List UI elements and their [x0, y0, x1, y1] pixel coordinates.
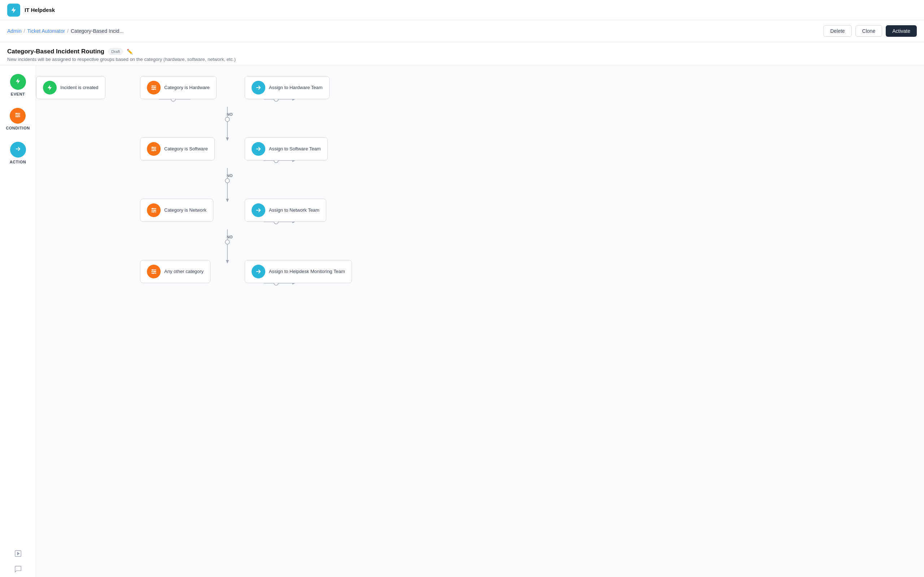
condition-sidebar-icon: [15, 112, 21, 120]
breadcrumb-sep2: /: [67, 28, 69, 34]
event-icon-container: [10, 74, 26, 90]
svg-text:NO: NO: [227, 174, 233, 178]
breadcrumb-sep1: /: [24, 28, 25, 34]
lightning-icon: [10, 6, 17, 14]
condition-label: CONDITION: [6, 126, 30, 130]
main-layout: EVENT CONDITION ACTION: [0, 65, 924, 577]
app-logo: [7, 3, 20, 16]
svg-point-54: [153, 272, 154, 274]
sidebar-item-condition[interactable]: CONDITION: [6, 108, 30, 130]
activate-button[interactable]: Activate: [886, 25, 917, 37]
svg-point-44: [154, 87, 155, 89]
clone-button[interactable]: Clone: [855, 25, 882, 37]
condition-icon-container: [10, 108, 26, 124]
edit-title-button[interactable]: ✏️: [127, 49, 133, 55]
svg-point-45: [153, 89, 154, 90]
svg-marker-4: [17, 552, 19, 554]
svg-text:NO: NO: [227, 235, 233, 239]
sidebar: EVENT CONDITION ACTION: [0, 65, 36, 577]
svg-point-2: [16, 116, 18, 117]
condition4-node-icon: [147, 265, 161, 279]
condition-node-2[interactable]: Category is Software: [140, 137, 215, 161]
svg-point-53: [154, 271, 155, 272]
svg-text:NO: NO: [227, 112, 233, 116]
svg-marker-17: [226, 137, 229, 141]
sidebar-item-event[interactable]: EVENT: [10, 74, 26, 96]
action2-node-icon: [252, 142, 265, 156]
page-title: Category-Based Incident Routing: [7, 48, 104, 55]
action-node-1[interactable]: Assign to Hardware Team: [245, 76, 330, 99]
event-node[interactable]: Incident is created: [36, 76, 105, 99]
action3-node-icon: [252, 203, 265, 217]
svg-marker-27: [226, 199, 229, 202]
svg-point-47: [154, 148, 155, 150]
event-sidebar-icon: [15, 78, 21, 86]
flow-connectors: YES NO YES NO: [87, 80, 383, 325]
action-node-3[interactable]: Assign to Network Team: [245, 199, 326, 222]
condition2-node-label: Category is Software: [164, 146, 208, 152]
svg-point-50: [154, 210, 155, 211]
condition4-node-label: Any other category: [164, 269, 204, 275]
action4-node-icon: [252, 265, 265, 279]
svg-point-15: [225, 117, 229, 121]
delete-button[interactable]: Delete: [823, 25, 851, 37]
svg-point-46: [152, 147, 153, 148]
condition1-node-label: Category is Hardware: [164, 85, 210, 91]
page-subtitle: New incidents will be assigned to respec…: [7, 56, 917, 62]
breadcrumb-actions: Delete Clone Activate: [823, 25, 917, 37]
svg-point-49: [152, 208, 153, 210]
svg-point-43: [152, 85, 153, 87]
breadcrumb: Admin / Ticket Automator / Category-Base…: [7, 28, 123, 34]
chat-icon[interactable]: [14, 565, 22, 575]
breadcrumb-bar: Admin / Ticket Automator / Category-Base…: [0, 20, 924, 42]
condition-node-3[interactable]: Category is Network: [140, 199, 213, 222]
breadcrumb-current: Category-Based Incid...: [71, 28, 123, 34]
event-node-icon: [43, 81, 57, 95]
condition-node-1[interactable]: Category is Hardware: [140, 76, 216, 99]
breadcrumb-admin[interactable]: Admin: [7, 28, 22, 34]
svg-marker-37: [226, 260, 229, 264]
action-label: ACTION: [10, 160, 26, 164]
action-node-2[interactable]: Assign to Software Team: [245, 137, 328, 161]
event-node-label: Incident is created: [60, 85, 99, 91]
draft-badge: Draft: [108, 48, 123, 55]
app-name: IT Helpdesk: [24, 7, 55, 13]
app-header: IT Helpdesk: [0, 0, 924, 20]
sidebar-item-action[interactable]: ACTION: [10, 142, 26, 164]
action3-node-label: Assign to Network Team: [269, 207, 320, 213]
sidebar-bottom: [14, 550, 22, 575]
svg-point-35: [225, 240, 229, 244]
page-title-bar: Category-Based Incident Routing Draft ✏️…: [0, 42, 924, 65]
condition2-node-icon: [147, 142, 161, 156]
action2-node-label: Assign to Software Team: [269, 146, 321, 152]
svg-point-25: [225, 179, 229, 183]
condition-node-4[interactable]: Any other category: [140, 260, 210, 283]
canvas-inner: YES NO YES NO: [36, 65, 397, 318]
canvas[interactable]: YES NO YES NO: [36, 65, 924, 577]
svg-point-0: [16, 113, 17, 114]
condition3-node-label: Category is Network: [164, 207, 207, 213]
svg-point-1: [18, 115, 19, 116]
breadcrumb-ticket-automator[interactable]: Ticket Automator: [27, 28, 65, 34]
svg-point-48: [153, 150, 154, 152]
svg-point-52: [152, 269, 153, 271]
action4-node-label: Assign to Helpdesk Monitoring Team: [269, 269, 345, 275]
action-node-4[interactable]: Assign to Helpdesk Monitoring Team: [245, 260, 352, 283]
condition3-node-icon: [147, 203, 161, 217]
play-icon[interactable]: [14, 550, 22, 559]
action1-node-label: Assign to Hardware Team: [269, 85, 323, 91]
svg-point-51: [153, 211, 154, 213]
action-sidebar-icon: [15, 146, 21, 154]
page-title-row: Category-Based Incident Routing Draft ✏️: [7, 48, 917, 55]
action-icon-container: [10, 142, 26, 158]
event-label: EVENT: [11, 92, 25, 96]
action1-node-icon: [252, 81, 265, 95]
condition1-node-icon: [147, 81, 161, 95]
